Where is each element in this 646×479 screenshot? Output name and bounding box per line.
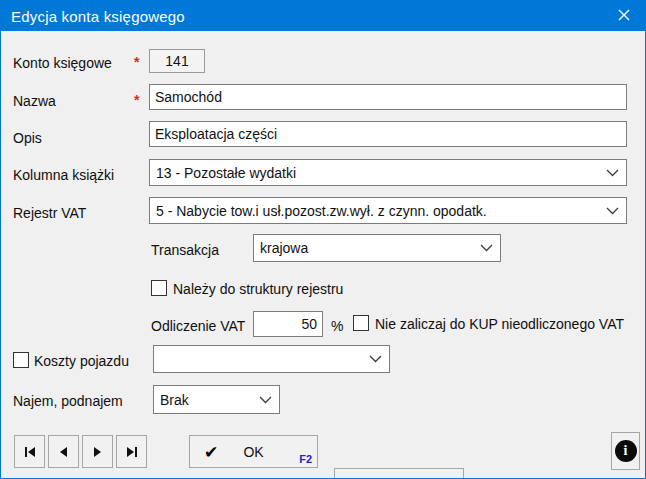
description-label: Opis	[13, 130, 42, 146]
register-structure-label: Należy do struktury rejestru	[173, 281, 343, 297]
transaction-value: krajowa	[260, 240, 308, 256]
name-required-mark: *	[134, 92, 139, 108]
chevron-down-icon	[259, 396, 272, 404]
dialog-title: Edycja konta księgowego	[1, 8, 185, 25]
chevron-down-icon	[369, 355, 382, 363]
rental-value: Brak	[160, 392, 189, 408]
kup-exclude-checkbox[interactable]	[353, 315, 369, 331]
nav-last-button[interactable]	[116, 435, 147, 468]
account-number-field[interactable]	[149, 49, 205, 73]
vat-register-dropdown[interactable]: 5 - Nabycie tow.i usł.pozost.zw.wył. z c…	[149, 197, 627, 224]
transaction-label: Transakcja	[151, 242, 219, 258]
account-number-required-mark: *	[134, 54, 139, 70]
book-column-dropdown[interactable]: 13 - Pozostałe wydatki	[149, 159, 627, 186]
nav-first-icon	[25, 447, 35, 457]
nav-previous-icon	[60, 447, 67, 457]
vat-deduction-input[interactable]	[253, 311, 323, 337]
rental-label: Najem, podnajem	[13, 393, 123, 409]
check-icon: ✔	[204, 443, 218, 460]
nav-next-icon	[94, 447, 101, 457]
nav-previous-button[interactable]	[48, 435, 79, 468]
book-column-value: 13 - Pozostałe wydatki	[156, 165, 296, 181]
nav-last-icon	[127, 447, 137, 457]
description-input[interactable]	[149, 121, 627, 147]
kup-exclude-label: Nie zaliczaj do KUP nieodliczonego VAT	[375, 316, 624, 332]
transaction-dropdown[interactable]: krajowa	[253, 234, 501, 262]
name-label: Nazwa	[13, 93, 56, 109]
ok-shortcut-badge: F2	[299, 453, 312, 465]
vat-deduction-label: Odliczenie VAT	[151, 318, 245, 334]
titlebar: Edycja konta księgowego	[1, 1, 645, 31]
vehicle-costs-label: Koszty pojazdu	[34, 353, 129, 369]
vat-register-label: Rejestr VAT	[13, 205, 86, 221]
nav-next-button[interactable]	[82, 435, 113, 468]
book-column-label: Kolumna książki	[13, 167, 114, 183]
vehicle-costs-checkbox[interactable]	[13, 352, 29, 368]
chevron-down-icon	[606, 169, 619, 177]
vat-register-value: 5 - Nabycie tow.i usł.pozost.zw.wył. z c…	[156, 203, 487, 219]
info-icon: i	[615, 440, 637, 462]
edit-account-dialog: Edycja konta księgowego Konto księgowe *…	[0, 0, 646, 479]
info-button[interactable]: i	[611, 432, 640, 470]
name-input[interactable]	[149, 84, 627, 110]
chevron-down-icon	[480, 244, 493, 252]
cancel-button[interactable]: ✖ Anuluj	[334, 468, 464, 479]
nav-first-button[interactable]	[14, 435, 45, 468]
rental-dropdown[interactable]: Brak	[153, 385, 280, 414]
account-number-label: Konto księgowe	[13, 55, 112, 71]
close-icon	[618, 7, 630, 25]
vat-deduction-unit: %	[331, 318, 343, 334]
vehicle-costs-dropdown[interactable]	[153, 345, 390, 373]
ok-button[interactable]: ✔ OK F2	[189, 435, 318, 468]
ok-button-label: OK	[243, 444, 263, 460]
register-structure-checkbox[interactable]	[151, 280, 167, 296]
close-button[interactable]	[603, 1, 645, 31]
chevron-down-icon	[606, 207, 619, 215]
